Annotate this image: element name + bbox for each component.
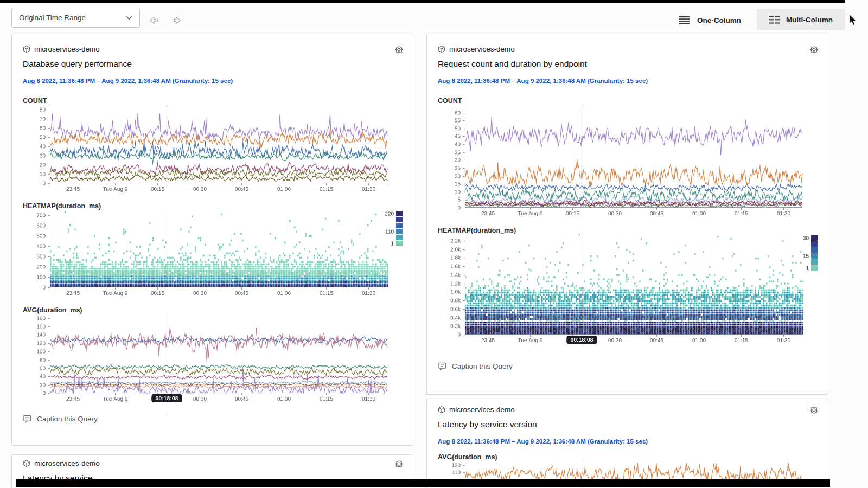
panel-database-query-performance: microservices-demo Database query perfor… bbox=[11, 34, 413, 446]
board-grid: microservices-demo Database query perfor… bbox=[11, 34, 828, 488]
dataset-name: microservices-demo bbox=[34, 45, 100, 53]
multi-column-label: Multi-Column bbox=[786, 16, 833, 24]
one-column-label: One-Column bbox=[697, 16, 741, 24]
chart-label-avg: AVG(duration_ms) bbox=[438, 453, 817, 461]
time-range-link[interactable]: Aug 8 2022, 11:36:48 PM – Aug 9 2022, 1:… bbox=[438, 78, 648, 84]
caption-this-query-button[interactable]: Caption this Query bbox=[23, 414, 98, 423]
toolbar: Original Time Range One-Column Multi-Col… bbox=[0, 3, 868, 34]
time-range-link[interactable]: Aug 8 2022, 11:36:48 PM – Aug 9 2022, 1:… bbox=[23, 78, 233, 84]
chart-label-count: COUNT bbox=[438, 97, 817, 105]
dataset-box-icon bbox=[23, 459, 30, 467]
mouse-cursor bbox=[848, 14, 857, 28]
avg-duration-line-chart[interactable] bbox=[23, 314, 405, 403]
dataset-name: microservices-demo bbox=[449, 406, 515, 414]
caption-bubble-icon bbox=[438, 362, 447, 371]
dataset-row[interactable]: microservices-demo bbox=[438, 406, 817, 414]
panel-settings-button[interactable] bbox=[394, 45, 404, 54]
arrow-back-icon bbox=[147, 14, 159, 27]
multi-column-toggle[interactable]: Multi-Column bbox=[757, 9, 845, 30]
count-line-chart[interactable] bbox=[23, 105, 405, 193]
chart-label-heatmap: HEATMAP(duration_ms) bbox=[23, 202, 402, 210]
caption-label: Caption this Query bbox=[37, 415, 98, 423]
caption-bubble-icon bbox=[23, 414, 32, 423]
gear-icon bbox=[394, 459, 404, 468]
chart-label-count: COUNT bbox=[23, 97, 402, 105]
right-column: microservices-demo Request count and dur… bbox=[426, 34, 828, 488]
previous-query-button[interactable] bbox=[147, 14, 159, 29]
query-title: Latency by service version bbox=[438, 420, 817, 429]
duration-heatmap-chart[interactable] bbox=[23, 210, 405, 297]
panel-settings-button[interactable] bbox=[809, 45, 819, 54]
time-range-dropdown-label: Original Time Range bbox=[19, 14, 86, 22]
panel-settings-button[interactable] bbox=[809, 406, 819, 415]
gear-icon bbox=[809, 406, 819, 415]
dataset-row[interactable]: microservices-demo bbox=[23, 45, 402, 53]
count-line-chart[interactable] bbox=[438, 105, 820, 217]
dataset-box-icon bbox=[23, 45, 30, 53]
one-column-icon bbox=[679, 16, 690, 24]
next-query-button[interactable] bbox=[171, 14, 183, 29]
panel-settings-button[interactable] bbox=[394, 459, 404, 468]
dataset-row[interactable]: microservices-demo bbox=[23, 459, 402, 467]
chevron-down-icon bbox=[126, 16, 132, 20]
one-column-toggle[interactable]: One-Column bbox=[679, 10, 741, 30]
multi-column-icon bbox=[769, 16, 780, 24]
chart-label-avg: AVG(duration_ms) bbox=[23, 306, 402, 314]
bottom-black-bar bbox=[16, 479, 830, 487]
left-column: microservices-demo Database query perfor… bbox=[11, 34, 413, 488]
gear-icon bbox=[394, 45, 404, 54]
time-range-dropdown[interactable]: Original Time Range bbox=[11, 8, 140, 28]
dataset-box-icon bbox=[438, 45, 445, 53]
dataset-row[interactable]: microservices-demo bbox=[438, 45, 817, 53]
query-title: Database query performance bbox=[23, 59, 402, 69]
panel-latency-by-service-version: microservices-demo Latency by service ve… bbox=[426, 399, 828, 488]
chart-label-heatmap: HEATMAP(duration_ms) bbox=[438, 227, 817, 234]
gear-icon bbox=[809, 45, 819, 54]
caption-label: Caption this Query bbox=[452, 362, 513, 370]
panel-request-count-by-endpoint: microservices-demo Request count and dur… bbox=[426, 34, 828, 395]
query-title: Request count and duration by endpoint bbox=[438, 59, 817, 69]
dataset-box-icon bbox=[438, 406, 445, 414]
duration-heatmap-chart[interactable] bbox=[438, 234, 820, 344]
dataset-name: microservices-demo bbox=[449, 45, 515, 53]
top-black-bar bbox=[0, 0, 845, 3]
caption-this-query-button[interactable]: Caption this Query bbox=[438, 362, 513, 371]
dataset-name: microservices-demo bbox=[34, 459, 100, 467]
time-range-link[interactable]: Aug 8 2022, 11:36:48 PM – Aug 9 2022, 1:… bbox=[438, 438, 648, 445]
arrow-forward-icon bbox=[171, 14, 183, 27]
